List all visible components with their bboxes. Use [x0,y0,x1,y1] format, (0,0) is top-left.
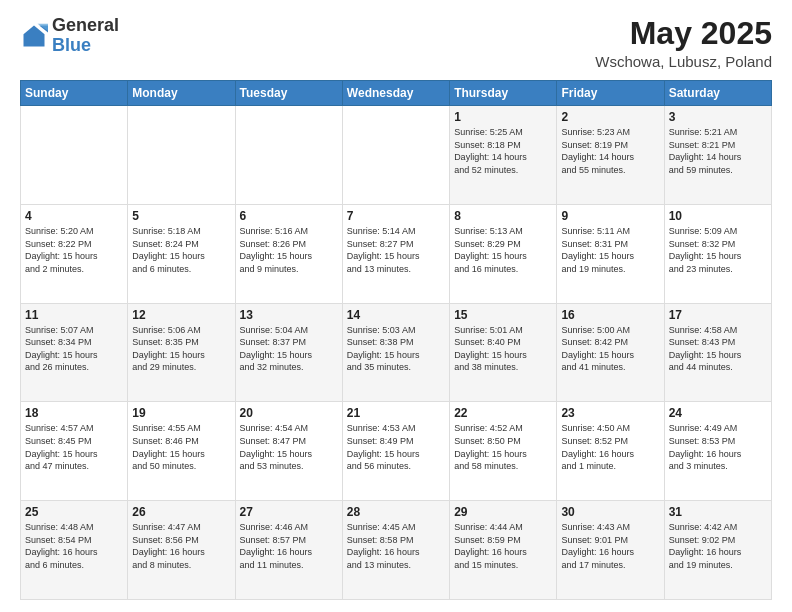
day-info: Sunrise: 4:47 AM Sunset: 8:56 PM Dayligh… [132,521,230,571]
day-info: Sunrise: 5:20 AM Sunset: 8:22 PM Dayligh… [25,225,123,275]
col-wednesday: Wednesday [342,81,449,106]
subtitle: Wschowa, Lubusz, Poland [595,53,772,70]
day-number: 26 [132,505,230,519]
header-row: Sunday Monday Tuesday Wednesday Thursday… [21,81,772,106]
col-saturday: Saturday [664,81,771,106]
cell-w4-d6: 24Sunrise: 4:49 AM Sunset: 8:53 PM Dayli… [664,402,771,501]
cell-w4-d4: 22Sunrise: 4:52 AM Sunset: 8:50 PM Dayli… [450,402,557,501]
cell-w4-d0: 18Sunrise: 4:57 AM Sunset: 8:45 PM Dayli… [21,402,128,501]
day-info: Sunrise: 5:16 AM Sunset: 8:26 PM Dayligh… [240,225,338,275]
day-number: 31 [669,505,767,519]
cell-w3-d4: 15Sunrise: 5:01 AM Sunset: 8:40 PM Dayli… [450,303,557,402]
cell-w1-d0 [21,106,128,205]
header: General Blue May 2025 Wschowa, Lubusz, P… [20,16,772,70]
calendar-header: Sunday Monday Tuesday Wednesday Thursday… [21,81,772,106]
cell-w1-d6: 3Sunrise: 5:21 AM Sunset: 8:21 PM Daylig… [664,106,771,205]
logo: General Blue [20,16,119,56]
col-friday: Friday [557,81,664,106]
cell-w3-d5: 16Sunrise: 5:00 AM Sunset: 8:42 PM Dayli… [557,303,664,402]
day-number: 10 [669,209,767,223]
cell-w2-d4: 8Sunrise: 5:13 AM Sunset: 8:29 PM Daylig… [450,204,557,303]
cell-w1-d1 [128,106,235,205]
day-number: 15 [454,308,552,322]
day-number: 1 [454,110,552,124]
day-info: Sunrise: 5:18 AM Sunset: 8:24 PM Dayligh… [132,225,230,275]
calendar-body: 1Sunrise: 5:25 AM Sunset: 8:18 PM Daylig… [21,106,772,600]
cell-w2-d5: 9Sunrise: 5:11 AM Sunset: 8:31 PM Daylig… [557,204,664,303]
day-info: Sunrise: 4:54 AM Sunset: 8:47 PM Dayligh… [240,422,338,472]
day-number: 25 [25,505,123,519]
cell-w5-d1: 26Sunrise: 4:47 AM Sunset: 8:56 PM Dayli… [128,501,235,600]
day-info: Sunrise: 4:48 AM Sunset: 8:54 PM Dayligh… [25,521,123,571]
day-info: Sunrise: 4:45 AM Sunset: 8:58 PM Dayligh… [347,521,445,571]
day-number: 30 [561,505,659,519]
cell-w2-d6: 10Sunrise: 5:09 AM Sunset: 8:32 PM Dayli… [664,204,771,303]
cell-w1-d5: 2Sunrise: 5:23 AM Sunset: 8:19 PM Daylig… [557,106,664,205]
cell-w2-d0: 4Sunrise: 5:20 AM Sunset: 8:22 PM Daylig… [21,204,128,303]
day-number: 5 [132,209,230,223]
col-thursday: Thursday [450,81,557,106]
day-info: Sunrise: 5:14 AM Sunset: 8:27 PM Dayligh… [347,225,445,275]
day-info: Sunrise: 5:01 AM Sunset: 8:40 PM Dayligh… [454,324,552,374]
cell-w3-d6: 17Sunrise: 4:58 AM Sunset: 8:43 PM Dayli… [664,303,771,402]
day-number: 14 [347,308,445,322]
cell-w2-d3: 7Sunrise: 5:14 AM Sunset: 8:27 PM Daylig… [342,204,449,303]
cell-w3-d2: 13Sunrise: 5:04 AM Sunset: 8:37 PM Dayli… [235,303,342,402]
day-number: 12 [132,308,230,322]
day-number: 22 [454,406,552,420]
week-row-4: 18Sunrise: 4:57 AM Sunset: 8:45 PM Dayli… [21,402,772,501]
cell-w2-d2: 6Sunrise: 5:16 AM Sunset: 8:26 PM Daylig… [235,204,342,303]
day-info: Sunrise: 5:11 AM Sunset: 8:31 PM Dayligh… [561,225,659,275]
col-tuesday: Tuesday [235,81,342,106]
day-info: Sunrise: 5:13 AM Sunset: 8:29 PM Dayligh… [454,225,552,275]
cell-w4-d5: 23Sunrise: 4:50 AM Sunset: 8:52 PM Dayli… [557,402,664,501]
day-info: Sunrise: 4:58 AM Sunset: 8:43 PM Dayligh… [669,324,767,374]
day-number: 19 [132,406,230,420]
cell-w4-d2: 20Sunrise: 4:54 AM Sunset: 8:47 PM Dayli… [235,402,342,501]
day-info: Sunrise: 5:06 AM Sunset: 8:35 PM Dayligh… [132,324,230,374]
cell-w5-d3: 28Sunrise: 4:45 AM Sunset: 8:58 PM Dayli… [342,501,449,600]
cell-w5-d5: 30Sunrise: 4:43 AM Sunset: 9:01 PM Dayli… [557,501,664,600]
day-number: 18 [25,406,123,420]
day-number: 24 [669,406,767,420]
day-info: Sunrise: 5:09 AM Sunset: 8:32 PM Dayligh… [669,225,767,275]
week-row-5: 25Sunrise: 4:48 AM Sunset: 8:54 PM Dayli… [21,501,772,600]
logo-icon [20,22,48,50]
day-info: Sunrise: 4:55 AM Sunset: 8:46 PM Dayligh… [132,422,230,472]
day-number: 27 [240,505,338,519]
day-info: Sunrise: 5:21 AM Sunset: 8:21 PM Dayligh… [669,126,767,176]
cell-w5-d6: 31Sunrise: 4:42 AM Sunset: 9:02 PM Dayli… [664,501,771,600]
col-sunday: Sunday [21,81,128,106]
week-row-2: 4Sunrise: 5:20 AM Sunset: 8:22 PM Daylig… [21,204,772,303]
day-number: 29 [454,505,552,519]
main-title: May 2025 [595,16,772,51]
day-info: Sunrise: 5:03 AM Sunset: 8:38 PM Dayligh… [347,324,445,374]
day-info: Sunrise: 5:07 AM Sunset: 8:34 PM Dayligh… [25,324,123,374]
day-number: 7 [347,209,445,223]
day-info: Sunrise: 5:23 AM Sunset: 8:19 PM Dayligh… [561,126,659,176]
day-number: 3 [669,110,767,124]
day-info: Sunrise: 5:04 AM Sunset: 8:37 PM Dayligh… [240,324,338,374]
cell-w5-d2: 27Sunrise: 4:46 AM Sunset: 8:57 PM Dayli… [235,501,342,600]
col-monday: Monday [128,81,235,106]
cell-w4-d3: 21Sunrise: 4:53 AM Sunset: 8:49 PM Dayli… [342,402,449,501]
cell-w1-d2 [235,106,342,205]
day-info: Sunrise: 5:00 AM Sunset: 8:42 PM Dayligh… [561,324,659,374]
day-info: Sunrise: 4:50 AM Sunset: 8:52 PM Dayligh… [561,422,659,472]
cell-w3-d3: 14Sunrise: 5:03 AM Sunset: 8:38 PM Dayli… [342,303,449,402]
week-row-1: 1Sunrise: 5:25 AM Sunset: 8:18 PM Daylig… [21,106,772,205]
day-info: Sunrise: 4:43 AM Sunset: 9:01 PM Dayligh… [561,521,659,571]
day-number: 11 [25,308,123,322]
day-info: Sunrise: 4:53 AM Sunset: 8:49 PM Dayligh… [347,422,445,472]
day-number: 4 [25,209,123,223]
cell-w1-d3 [342,106,449,205]
day-number: 9 [561,209,659,223]
title-block: May 2025 Wschowa, Lubusz, Poland [595,16,772,70]
day-info: Sunrise: 5:25 AM Sunset: 8:18 PM Dayligh… [454,126,552,176]
cell-w2-d1: 5Sunrise: 5:18 AM Sunset: 8:24 PM Daylig… [128,204,235,303]
day-number: 13 [240,308,338,322]
calendar-table: Sunday Monday Tuesday Wednesday Thursday… [20,80,772,600]
day-info: Sunrise: 4:44 AM Sunset: 8:59 PM Dayligh… [454,521,552,571]
cell-w5-d4: 29Sunrise: 4:44 AM Sunset: 8:59 PM Dayli… [450,501,557,600]
day-number: 2 [561,110,659,124]
